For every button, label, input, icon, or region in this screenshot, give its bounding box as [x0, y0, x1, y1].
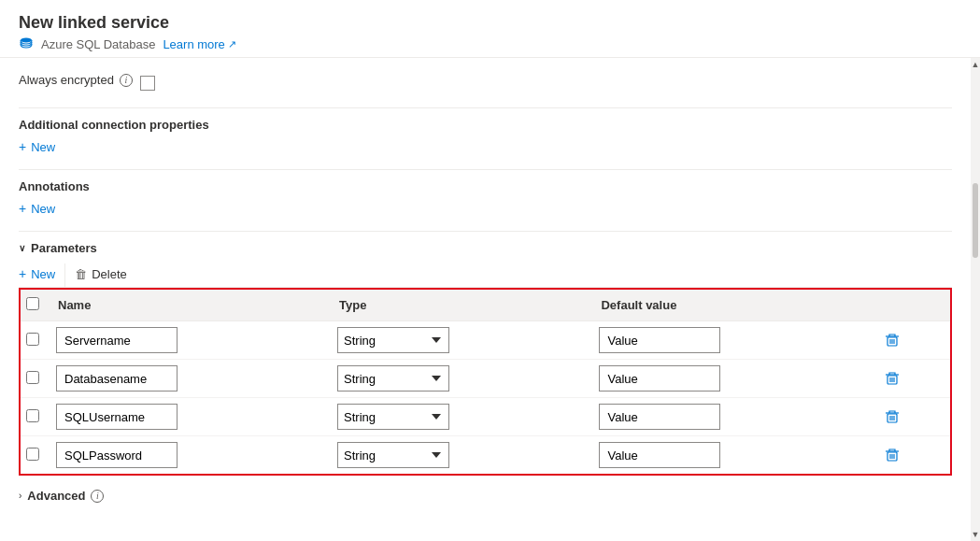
row-delete-cell	[873, 398, 950, 436]
row-delete-cell	[873, 360, 950, 398]
additional-connection-section: Additional connection properties + New	[19, 118, 952, 154]
divider-2	[19, 169, 952, 170]
col-name: Name	[49, 290, 330, 321]
always-encrypted-section: Always encrypted i	[19, 73, 952, 93]
select-all-checkbox[interactable]	[26, 297, 39, 310]
row-1-value-input[interactable]	[599, 365, 720, 392]
learn-more-link[interactable]: Learn more ↗	[163, 37, 235, 51]
parameters-new-button[interactable]: + New	[19, 263, 64, 287]
col-checkbox	[21, 290, 49, 321]
row-1-checkbox[interactable]	[26, 371, 39, 384]
row-3-delete-button[interactable]	[881, 446, 903, 464]
row-2-name-input[interactable]	[56, 404, 178, 430]
delete-icon-params: 🗑	[75, 267, 87, 281]
row-type-cell: StringIntFloatBoolArrayObjectSecureStrin…	[330, 321, 591, 360]
row-checkbox-cell	[21, 360, 49, 398]
row-2-delete-button[interactable]	[881, 407, 903, 426]
row-value-cell	[591, 398, 873, 436]
advanced-section[interactable]: › Advanced i	[19, 489, 952, 503]
row-value-cell	[591, 321, 873, 360]
row-type-cell: StringIntFloatBoolArrayObjectSecureStrin…	[330, 360, 591, 398]
row-0-checkbox[interactable]	[26, 333, 39, 346]
table-row: StringIntFloatBoolArrayObjectSecureStrin…	[21, 360, 950, 398]
row-checkbox-cell	[21, 436, 49, 475]
add-annotation-button[interactable]: + New	[19, 201, 55, 216]
subtitle-row: Azure SQL Database Learn more ↗	[19, 36, 961, 51]
plus-icon-connection: +	[19, 139, 26, 154]
table-header-row: Name Type Default value	[21, 290, 950, 321]
row-value-cell	[591, 360, 873, 398]
row-1-type-select[interactable]: StringIntFloatBoolArrayObjectSecureStrin…	[337, 365, 449, 392]
row-name-cell	[49, 360, 330, 398]
row-3-checkbox[interactable]	[26, 448, 39, 461]
row-3-type-select[interactable]: StringIntFloatBoolArrayObjectSecureStrin…	[337, 442, 449, 468]
row-0-type-select[interactable]: StringIntFloatBoolArrayObjectSecureStrin…	[337, 327, 449, 353]
col-default-value: Default value	[591, 290, 873, 321]
additional-connection-title: Additional connection properties	[19, 118, 952, 132]
always-encrypted-label: Always encrypted i	[19, 73, 133, 87]
parameters-table-wrapper: Name Type Default value StringIntFloatBo…	[19, 288, 952, 476]
page-title: New linked service	[19, 13, 961, 33]
advanced-chevron-icon: ›	[19, 491, 21, 501]
scroll-down-arrow[interactable]: ▼	[971, 528, 980, 541]
row-0-value-input[interactable]	[599, 327, 720, 353]
add-connection-property-button[interactable]: + New	[19, 139, 55, 154]
main-content: Always encrypted i Additional connection…	[0, 58, 980, 541]
row-2-checkbox[interactable]	[26, 409, 39, 422]
parameters-toolbar: + New 🗑 Delete	[19, 263, 952, 288]
plus-icon-annotation: +	[19, 201, 26, 216]
page-header: New linked service Azure SQL Database Le…	[0, 0, 980, 58]
advanced-info-icon[interactable]: i	[91, 490, 104, 503]
subtitle-text: Azure SQL Database	[41, 37, 155, 51]
row-checkbox-cell	[21, 321, 49, 360]
row-2-value-input[interactable]	[599, 404, 720, 430]
row-value-cell	[591, 436, 873, 475]
table-row: StringIntFloatBoolArrayObjectSecureStrin…	[21, 398, 950, 436]
parameters-title: Parameters	[31, 241, 97, 255]
parameters-table: Name Type Default value StringIntFloatBo…	[21, 290, 950, 474]
row-type-cell: StringIntFloatBoolArrayObjectSecureStrin…	[330, 398, 591, 436]
row-0-name-input[interactable]	[56, 327, 178, 353]
row-delete-cell	[873, 321, 950, 360]
divider-1	[19, 107, 952, 108]
parameters-header[interactable]: ∨ Parameters	[19, 241, 952, 255]
annotations-section: Annotations + New	[19, 179, 952, 216]
always-encrypted-info-icon[interactable]: i	[120, 74, 133, 87]
row-2-type-select[interactable]: StringIntFloatBoolArrayObjectSecureStrin…	[337, 404, 449, 430]
azure-sql-icon	[19, 36, 34, 51]
row-1-name-input[interactable]	[56, 365, 178, 392]
row-3-name-input[interactable]	[56, 442, 178, 468]
form-area: Always encrypted i Additional connection…	[0, 58, 971, 541]
always-encrypted-row: Always encrypted i	[19, 73, 952, 93]
row-name-cell	[49, 321, 330, 360]
col-actions	[873, 290, 950, 321]
row-name-cell	[49, 398, 330, 436]
always-encrypted-checkbox[interactable]	[140, 76, 155, 91]
row-3-value-input[interactable]	[599, 442, 720, 468]
parameters-delete-button[interactable]: 🗑 Delete	[64, 263, 136, 287]
col-type: Type	[330, 290, 591, 321]
table-row: StringIntFloatBoolArrayObjectSecureStrin…	[21, 436, 950, 475]
table-row: StringIntFloatBoolArrayObjectSecureStrin…	[21, 321, 950, 360]
svg-point-0	[21, 38, 32, 43]
plus-icon-params: +	[19, 266, 26, 281]
advanced-label: Advanced	[27, 489, 85, 503]
row-checkbox-cell	[21, 398, 49, 436]
scrollbar-track: ▲ ▼	[971, 58, 980, 541]
parameters-chevron-icon: ∨	[19, 243, 25, 253]
scroll-up-arrow[interactable]: ▲	[971, 58, 980, 71]
row-name-cell	[49, 436, 330, 475]
row-delete-cell	[873, 436, 950, 475]
scrollbar-thumb[interactable]	[973, 183, 978, 258]
external-link-icon: ↗	[228, 38, 236, 50]
annotations-title: Annotations	[19, 179, 952, 193]
row-type-cell: StringIntFloatBoolArrayObjectSecureStrin…	[330, 436, 591, 475]
parameters-section: ∨ Parameters + New 🗑 Delete	[19, 241, 952, 476]
row-0-delete-button[interactable]	[881, 331, 903, 349]
row-1-delete-button[interactable]	[881, 369, 903, 388]
divider-3	[19, 231, 952, 232]
